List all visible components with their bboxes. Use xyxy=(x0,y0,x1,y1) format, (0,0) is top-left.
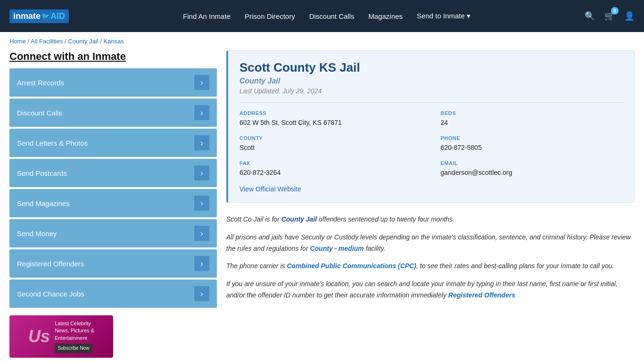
view-website-link[interactable]: View Official Website xyxy=(239,185,301,193)
arrow-icon: › xyxy=(194,75,209,90)
desc-para4-highlight[interactable]: Registered Offenders xyxy=(448,291,515,299)
ad-logo: Us xyxy=(28,327,50,346)
breadcrumb-state[interactable]: Kansas xyxy=(103,38,124,45)
ad-line2: News, Pictures & xyxy=(55,327,94,334)
desc-para3-post: , to see their rates and best-calling pl… xyxy=(416,262,614,270)
ad-text: Latest Celebrity News, Pictures & Entert… xyxy=(55,320,94,353)
main-content: Scott County KS Jail County Jail Last Up… xyxy=(226,50,635,358)
detail-fax: FAX 620-872-3264 xyxy=(239,160,422,178)
arrow-icon: › xyxy=(194,105,209,120)
sidebar-item-discount-calls-label: Discount Calls xyxy=(17,109,62,117)
desc-para2-highlight[interactable]: County - medium xyxy=(310,245,363,252)
ad-subscribe-button[interactable]: Subscribe Now xyxy=(55,344,92,353)
sidebar-menu: Arrest Records › Discount Calls › Send L… xyxy=(9,68,217,308)
site-header: inmate 🐦 AID Find An Inmate Prison Direc… xyxy=(0,0,644,32)
detail-phone: PHONE 620-872-5805 xyxy=(441,135,623,153)
logo-aid-text: AID xyxy=(50,11,65,21)
nav-magazines[interactable]: Magazines xyxy=(369,12,403,20)
phone-value: 620-872-5805 xyxy=(441,143,623,153)
beds-value: 24 xyxy=(441,118,623,128)
description-para4: If you are unsure of your inmate's locat… xyxy=(226,279,635,301)
facility-last-updated: Last Updated: July 29, 2024 xyxy=(239,87,623,95)
sidebar-item-send-magazines-label: Send Magazines xyxy=(17,199,70,207)
logo[interactable]: inmate 🐦 AID xyxy=(9,9,69,23)
sidebar-item-second-chance-jobs-label: Second Chance Jobs xyxy=(17,290,84,298)
sidebar-item-send-postcards[interactable]: Send Postcards › xyxy=(9,159,217,187)
desc-para3-highlight[interactable]: Combined Public Communications (CPC) xyxy=(287,262,416,270)
fax-label: FAX xyxy=(239,160,422,166)
arrow-icon: › xyxy=(194,286,209,301)
arrow-icon: › xyxy=(194,135,209,150)
search-icon[interactable]: 🔍 xyxy=(585,11,595,21)
fax-value: 620-872-3264 xyxy=(239,168,422,178)
ad-line3: Entertainment xyxy=(55,335,94,342)
desc-para1-highlight: County Jail xyxy=(281,215,317,223)
nav-prison-directory[interactable]: Prison Directory xyxy=(245,12,295,20)
detail-address: ADDRESS 602 W 5th St, Scott City, KS 678… xyxy=(239,110,422,128)
sidebar-item-arrest-records-label: Arrest Records xyxy=(17,79,64,87)
county-value: Scott xyxy=(239,143,422,153)
phone-label: PHONE xyxy=(441,135,623,141)
email-label: EMAIL xyxy=(441,160,623,166)
sidebar-item-send-postcards-label: Send Postcards xyxy=(17,169,67,177)
address-label: ADDRESS xyxy=(239,110,422,116)
view-website: View Official Website xyxy=(239,185,623,193)
nav-discount-calls[interactable]: Discount Calls xyxy=(309,12,355,20)
cart-badge: 0 xyxy=(611,7,619,15)
sidebar-title: Connect with an Inmate xyxy=(9,50,217,63)
detail-email: EMAIL ganderson@scottlec.org xyxy=(441,160,623,178)
desc-para2-pre: All prisons and jails have Security or C… xyxy=(226,233,631,252)
main-nav: Find An Inmate Prison Directory Discount… xyxy=(69,12,585,20)
arrow-icon: › xyxy=(194,165,209,181)
sidebar-item-arrest-records[interactable]: Arrest Records › xyxy=(9,68,217,97)
description-para3: The phone carrier is Combined Public Com… xyxy=(226,261,635,272)
sidebar: Connect with an Inmate Arrest Records › … xyxy=(9,50,217,358)
arrow-icon: › xyxy=(194,256,209,271)
logo-inmate-text: inmate xyxy=(13,11,41,21)
user-icon[interactable]: 👤 xyxy=(624,11,635,21)
facility-card: Scott County KS Jail County Jail Last Up… xyxy=(226,50,635,203)
sidebar-item-send-letters-label: Send Letters & Photos xyxy=(17,139,88,147)
facility-description: Scott Co Jail is for County Jail offende… xyxy=(226,212,635,310)
logo-bird-icon: 🐦 xyxy=(41,12,50,20)
sidebar-item-discount-calls[interactable]: Discount Calls › xyxy=(9,99,217,127)
facility-type: County Jail xyxy=(239,77,623,85)
ad-line1: Latest Celebrity xyxy=(55,320,94,327)
breadcrumb: Home / All Facilities / County Jail / Ka… xyxy=(0,32,644,50)
main-layout: Connect with an Inmate Arrest Records › … xyxy=(0,50,644,362)
detail-beds: BEDS 24 xyxy=(441,110,623,128)
county-label: COUNTY xyxy=(239,135,422,141)
facility-details-grid: ADDRESS 602 W 5th St, Scott City, KS 678… xyxy=(239,102,623,178)
sidebar-item-registered-offenders[interactable]: Registered Offenders › xyxy=(9,249,217,278)
breadcrumb-county-jail[interactable]: County Jail xyxy=(68,38,98,45)
email-value: ganderson@scottlec.org xyxy=(441,168,623,178)
sidebar-item-send-money[interactable]: Send Money › xyxy=(9,219,217,247)
sidebar-item-registered-offenders-label: Registered Offenders xyxy=(17,260,84,268)
detail-county: COUNTY Scott xyxy=(239,135,422,153)
desc-para4-pre: If you are unsure of your inmate's locat… xyxy=(226,280,618,299)
beds-label: BEDS xyxy=(441,110,623,116)
description-para2: All prisons and jails have Security or C… xyxy=(226,232,635,255)
sidebar-advertisement[interactable]: Us Latest Celebrity News, Pictures & Ent… xyxy=(9,315,113,358)
breadcrumb-home[interactable]: Home xyxy=(9,38,26,45)
arrow-icon: › xyxy=(194,196,209,211)
cart-wrapper: 🛒 0 xyxy=(604,11,615,21)
sidebar-item-send-money-label: Send Money xyxy=(17,230,57,238)
desc-para3-pre: The phone carrier is xyxy=(226,262,287,270)
sidebar-item-send-magazines[interactable]: Send Magazines › xyxy=(9,189,217,217)
desc-para2-post: facility. xyxy=(364,245,386,252)
description-para1: Scott Co Jail is for County Jail offende… xyxy=(226,214,635,225)
breadcrumb-all-facilities[interactable]: All Facilities xyxy=(31,38,63,45)
nav-send-to-inmate[interactable]: Send to Inmate ▾ xyxy=(417,12,471,20)
header-icons: 🔍 🛒 0 👤 xyxy=(585,11,635,21)
facility-name: Scott County KS Jail xyxy=(239,60,623,75)
address-value: 602 W 5th St, Scott City, KS 67871 xyxy=(239,118,422,128)
sidebar-item-send-letters[interactable]: Send Letters & Photos › xyxy=(9,129,217,157)
desc-para1-post: offenders sentenced up to twenty four mo… xyxy=(317,215,454,223)
desc-para1-pre: Scott Co Jail is for xyxy=(226,215,281,223)
nav-find-inmate[interactable]: Find An Inmate xyxy=(183,12,231,20)
arrow-icon: › xyxy=(194,226,209,241)
sidebar-item-second-chance-jobs[interactable]: Second Chance Jobs › xyxy=(9,280,217,308)
